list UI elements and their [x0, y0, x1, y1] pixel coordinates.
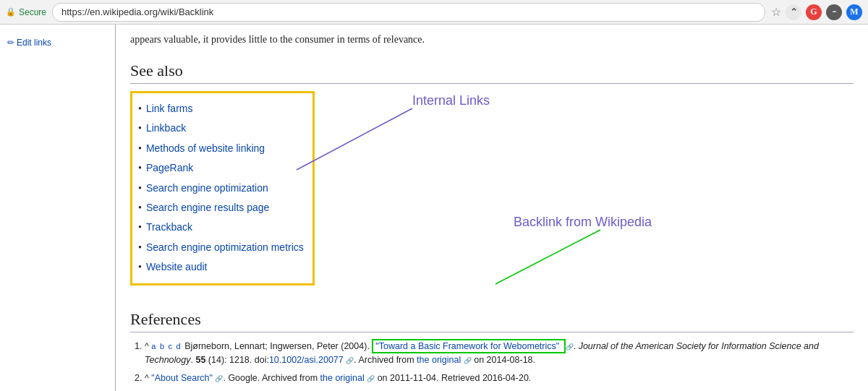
list-item: Methods of website linking — [138, 139, 304, 158]
edit-links-anchor[interactable]: ✏ Edit links — [7, 38, 108, 48]
backlink-arrow — [495, 230, 600, 284]
backlink-annotation: Backlink from Wikipedia — [514, 215, 652, 229]
volume: 55 — [195, 355, 205, 365]
ref-letter-c[interactable]: c — [169, 342, 173, 351]
extension-m-icon[interactable]: M — [846, 4, 862, 20]
secure-label: Secure — [19, 7, 46, 17]
list-item: PageRank — [138, 158, 304, 178]
list-item: Linkback — [138, 119, 304, 138]
pagerank-link[interactable]: PageRank — [146, 162, 193, 173]
ref-letter-d[interactable]: d — [176, 342, 181, 351]
trackback-link[interactable]: Trackback — [146, 221, 192, 233]
list-item: Search engine optimization — [138, 179, 304, 198]
bookmark-icon[interactable]: ☆ — [771, 5, 781, 19]
seo-metrics-link[interactable]: Search engine optimization metrics — [146, 241, 304, 253]
website-audit-link[interactable]: Website audit — [146, 261, 208, 272]
references-title: References — [130, 310, 854, 332]
see-also-list: Link farms Linkback Methods of website l… — [138, 99, 304, 278]
list-item: Link farms — [138, 99, 304, 119]
highlighted-reference: "Toward a Basic Framework for Webometric… — [372, 339, 565, 353]
ext-icon-arch: 🔗 — [464, 357, 472, 364]
list-item: Website audit — [138, 257, 304, 277]
ref-item-1: ^ a b c d Bjørneborn, Lennart; Ingwersen… — [145, 340, 854, 367]
internal-links-annotation: Internal Links — [412, 93, 490, 108]
about-search-link[interactable]: "About Search" — [151, 373, 213, 383]
references-list: ^ a b c d Bjørneborn, Lennart; Ingwersen… — [130, 340, 854, 391]
lock-icon: 🔒 — [6, 7, 16, 17]
edit-label: Edit links — [17, 38, 51, 48]
extension-arrow-icon[interactable]: ⌃ — [786, 4, 801, 20]
list-item: Search engine results page — [138, 198, 304, 218]
secure-badge: 🔒 Secure — [6, 7, 46, 17]
methods-link[interactable]: Methods of website linking — [146, 142, 265, 154]
list-item: Trackback — [138, 218, 304, 237]
intro-text: appears valuable, it provides little to … — [130, 32, 854, 47]
linkback-link[interactable]: Linkback — [146, 122, 186, 134]
url-input[interactable] — [52, 3, 765, 22]
ref-letters: ^ a b c d — [145, 341, 184, 351]
link-farms-link[interactable]: Link farms — [146, 103, 193, 114]
extension-g-icon[interactable]: G — [806, 4, 822, 20]
list-item: Search engine optimization metrics — [138, 238, 304, 257]
about-search-original[interactable]: the original — [320, 373, 365, 383]
doi-link-1[interactable]: 10.1002/asi.20077 — [269, 355, 344, 365]
ext-link-icon: 🔗 — [566, 343, 574, 351]
extension-dots-icon[interactable]: ··· — [826, 4, 842, 20]
browser-icons: ☆ ⌃ G ··· M — [771, 4, 862, 20]
page-wrapper: ✏ Edit links appears valuable, it provid… — [0, 25, 868, 391]
edit-icon: ✏ — [7, 38, 14, 48]
ref-letter-a[interactable]: a — [151, 342, 156, 351]
see-also-section: See also Link farms Linkback Methods of … — [130, 61, 854, 293]
ref-letter-b[interactable]: b — [160, 342, 164, 351]
ext-icon-doi: 🔗 — [346, 357, 354, 364]
browser-bar: 🔒 Secure ☆ ⌃ G ··· M — [0, 0, 868, 25]
see-also-box: Link farms Linkback Methods of website l… — [130, 91, 315, 285]
sidebar: ✏ Edit links — [0, 25, 116, 391]
references-section: References ^ a b c d Bjørneborn, Lennart… — [130, 310, 854, 391]
ref-item-2: ^ "About Search" 🔗. Google. Archived fro… — [145, 371, 854, 385]
archived-original-1[interactable]: the original — [417, 355, 461, 365]
webometrics-link[interactable]: "Toward a Basic Framework for Webometric… — [375, 341, 559, 351]
seo-link[interactable]: Search engine optimization — [146, 182, 268, 194]
edit-links[interactable]: ✏ Edit links — [0, 32, 115, 53]
serp-link[interactable]: Search engine results page — [146, 202, 269, 213]
main-content: appears valuable, it provides little to … — [116, 25, 868, 391]
see-also-title: See also — [130, 61, 854, 84]
